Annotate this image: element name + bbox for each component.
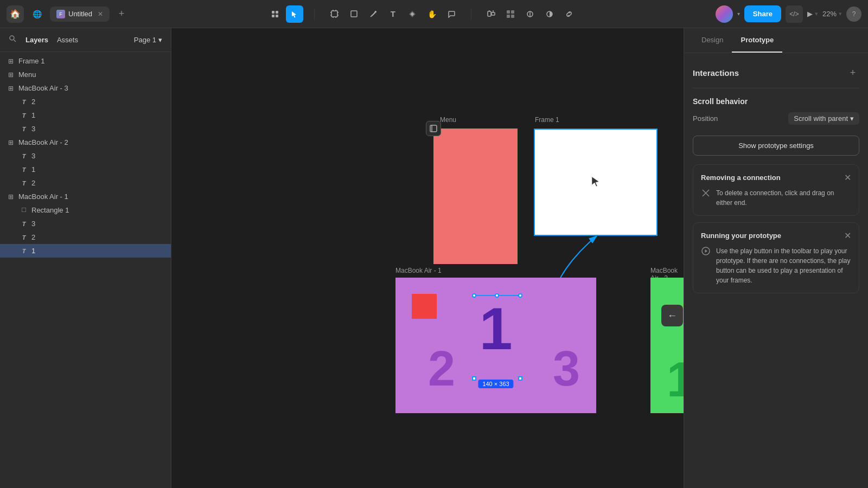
layer-label: 3	[31, 220, 35, 228]
search-button[interactable]	[9, 35, 17, 45]
select-tool[interactable]	[286, 5, 303, 23]
svg-rect-28	[430, 125, 437, 132]
text-tool[interactable]: T	[384, 5, 401, 23]
layers-tab[interactable]: Layers	[25, 34, 48, 46]
add-tab-button[interactable]: +	[114, 7, 129, 22]
text-icon: T	[20, 248, 28, 254]
macbook1-frame[interactable]: 2 1 3 140 × 363	[395, 278, 596, 413]
menu-frame-icon[interactable]	[426, 121, 441, 136]
component-tool[interactable]	[404, 5, 421, 23]
lock-icon[interactable]: 🔒	[148, 57, 156, 65]
layer-label: 2	[31, 179, 35, 187]
layer-item[interactable]: ⊞ MacBook Air - 3	[0, 81, 171, 95]
layer-item[interactable]: T 1	[0, 244, 171, 258]
removing-icon	[701, 188, 711, 198]
layer-item[interactable]: T 2	[0, 176, 171, 190]
browser-tab[interactable]: 🌐	[28, 5, 46, 23]
code-button[interactable]: </>	[786, 5, 803, 23]
mask-tool[interactable]	[521, 5, 539, 23]
connection-line	[171, 28, 684, 488]
canvas[interactable]: Menu Frame 1	[171, 28, 684, 488]
text-icon: T	[20, 99, 28, 105]
play-prototype-icon	[701, 246, 711, 259]
svg-rect-21	[507, 15, 510, 18]
layer-label: Frame 1	[18, 57, 44, 65]
svg-point-14	[375, 11, 376, 12]
title-bar: 🏠 🌐 F Untitled ✕ +	[0, 0, 868, 28]
grid-tool[interactable]	[502, 5, 519, 23]
zoom-label: 22%	[822, 10, 837, 18]
eye-icon[interactable]: 👁	[158, 57, 164, 65]
running-prototype-close[interactable]: ✕	[844, 230, 851, 241]
right-panel: Design Prototype Interactions + Scroll b…	[684, 28, 868, 488]
layer-label: 1	[31, 111, 35, 119]
layer-item[interactable]: T 3	[0, 217, 171, 230]
play-button[interactable]: ▶ ▾	[807, 10, 818, 18]
text-icon: T	[20, 126, 28, 132]
layer-item[interactable]: ⊞ MacBook Air - 2	[0, 136, 171, 149]
pen-tool[interactable]	[365, 5, 382, 23]
menu-frame[interactable]	[433, 129, 518, 264]
add-interaction-button[interactable]: +	[846, 66, 859, 79]
layer-item[interactable]: T 1	[0, 163, 171, 176]
layer-label: MacBook Air - 3	[18, 84, 68, 92]
layer-item[interactable]: T 1	[0, 108, 171, 122]
align-tool[interactable]	[482, 5, 500, 23]
avatar[interactable]	[716, 5, 733, 23]
frame-tool[interactable]	[326, 5, 343, 23]
layer-item[interactable]: T 3	[0, 149, 171, 163]
layer-label: 2	[31, 98, 35, 106]
interactions-section: Interactions +	[693, 66, 859, 79]
avatar-dropdown[interactable]: ▾	[737, 11, 740, 17]
running-prototype-body: Use the play button in the toolbar to pl…	[701, 246, 851, 285]
tab-close-icon[interactable]: ✕	[98, 10, 103, 18]
frame1[interactable]	[534, 129, 658, 236]
zoom-control[interactable]: 22% ▾	[822, 10, 842, 18]
svg-point-26	[10, 36, 14, 40]
position-value-dropdown[interactable]: Scroll with parent ▾	[788, 112, 859, 125]
move-tool[interactable]	[266, 5, 284, 23]
tab-title: Untitled	[68, 10, 92, 18]
frame1-label: Frame 1	[535, 116, 559, 124]
removing-connection-body: To delete a connection, click and drag o…	[701, 188, 851, 208]
file-tab[interactable]: F Untitled ✕	[50, 7, 110, 22]
design-tab[interactable]: Design	[693, 28, 732, 53]
assets-tab[interactable]: Assets	[57, 34, 78, 46]
handle-bl[interactable]	[472, 376, 476, 381]
layer-item[interactable]: T 2	[0, 230, 171, 244]
layer-item[interactable]: T 2	[0, 95, 171, 108]
small-red-rect[interactable]	[412, 294, 437, 319]
layer-label: 3	[31, 125, 35, 133]
layer-item[interactable]: ☐ Rectangle 1	[0, 203, 171, 217]
macbook2-frame[interactable]: ← 2 1	[650, 278, 684, 413]
handle-tm[interactable]	[495, 293, 499, 298]
layer-item[interactable]: ⊞ Menu	[0, 68, 171, 81]
main-area: Layers Assets Page 1 ▾ ⊞ Frame 1 🔒 👁 ⊞ M…	[0, 28, 868, 488]
layer-item[interactable]: T 3	[0, 122, 171, 136]
page-selector[interactable]: Page 1 ▾	[134, 36, 162, 44]
handle-tl[interactable]	[472, 293, 476, 298]
layer-item[interactable]: ⊞ MacBook Air - 1	[0, 190, 171, 203]
back-arrow-button[interactable]: ←	[661, 305, 683, 326]
removing-connection-close[interactable]: ✕	[844, 172, 851, 183]
contrast-tool[interactable]	[541, 5, 558, 23]
home-button[interactable]: 🏠	[7, 5, 24, 23]
help-button[interactable]: ?	[846, 7, 861, 22]
handle-tr[interactable]	[518, 293, 522, 298]
svg-rect-13	[351, 11, 357, 17]
show-prototype-settings-button[interactable]: Show prototype settings	[693, 136, 859, 156]
prototype-tab[interactable]: Prototype	[732, 28, 782, 53]
link-tool[interactable]	[560, 5, 578, 23]
right-panel-tabs: Design Prototype	[684, 28, 868, 53]
menu-frame-label: Menu	[440, 116, 456, 124]
number-1-green: 1	[667, 352, 684, 408]
scroll-behavior-title: Scroll behavior	[693, 97, 859, 106]
shape-tool[interactable]	[345, 5, 362, 23]
layer-item[interactable]: ⊞ Frame 1 🔒 👁	[0, 54, 171, 68]
comment-tool[interactable]	[443, 5, 460, 23]
toolbar: T ✋	[133, 5, 711, 23]
handle-br[interactable]	[518, 376, 522, 381]
number-1-center[interactable]: 1	[479, 294, 512, 363]
share-button[interactable]: Share	[744, 5, 781, 22]
hand-tool[interactable]: ✋	[423, 5, 441, 23]
